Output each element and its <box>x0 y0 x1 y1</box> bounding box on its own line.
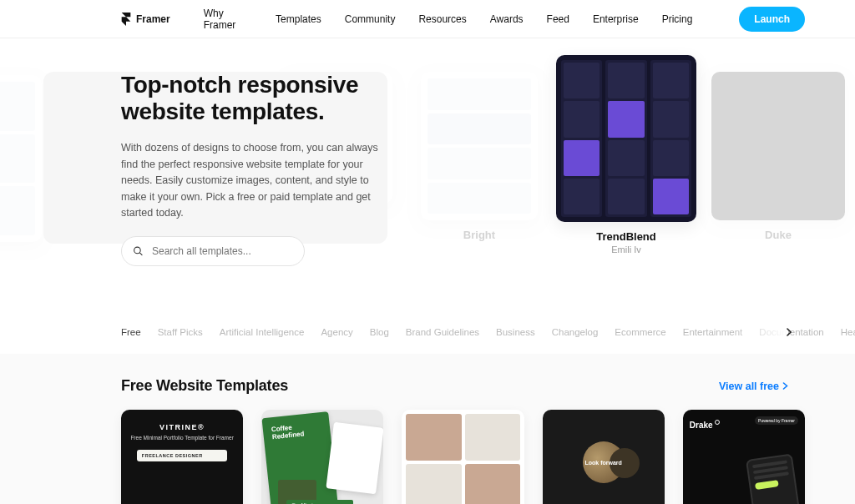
chip-health[interactable]: Health <box>841 327 855 337</box>
template-name: Duke <box>711 229 845 241</box>
hero-section: Top-notch responsive website templates. … <box>0 38 855 280</box>
carousel-card-bright[interactable]: Bright <box>421 72 538 241</box>
nav-link-templates[interactable]: Templates <box>276 13 321 25</box>
template-cards-row: VITRINE® Free Minimal Portfolio Template… <box>121 410 805 504</box>
template-card-vitrine[interactable]: VITRINE® Free Minimal Portfolio Template… <box>121 410 243 504</box>
launch-button[interactable]: Launch <box>739 7 805 32</box>
search-input[interactable] <box>121 236 305 266</box>
brand-name: Framer <box>136 13 170 25</box>
chip-brand[interactable]: Brand Guidelines <box>406 327 479 337</box>
template-name: Bright <box>421 229 538 241</box>
chip-agency[interactable]: Agency <box>321 327 352 337</box>
nav-link-feed[interactable]: Feed <box>547 13 569 25</box>
svg-point-0 <box>134 247 141 254</box>
nav-link-community[interactable]: Community <box>345 13 396 25</box>
thumb-mission: Our Mission <box>286 500 353 504</box>
template-card-coffee[interactable]: Our Mission <box>261 410 383 504</box>
thumb-panel: FREELANCE DESIGNER <box>137 450 228 461</box>
carousel-card-featured[interactable]: TrendBlend Emili Iv <box>556 55 696 255</box>
nav-link-resources[interactable]: Resources <box>418 13 466 25</box>
category-chips: Free Staff Picks Artificial Intelligence… <box>0 280 855 349</box>
hero-description: With dozens of designs to choose from, y… <box>121 140 388 221</box>
template-thumb <box>402 410 524 504</box>
svg-line-1 <box>139 253 142 255</box>
view-all-label: View all free <box>719 381 779 392</box>
hero-title-line2: website templates. <box>121 98 325 124</box>
search-icon <box>133 246 144 257</box>
carousel-thumb <box>0 75 42 242</box>
thumb-tag: Powered by Framer <box>755 416 798 425</box>
chip-ecommerce[interactable]: Ecommerce <box>615 327 665 337</box>
thumb-sub: Free Minimal Portfolio Template for Fram… <box>130 435 233 441</box>
chip-blog[interactable]: Blog <box>370 327 389 337</box>
hero-title: Top-notch responsive website templates. <box>121 72 388 125</box>
thumb-brand: Drake <box>690 421 720 430</box>
template-author: Emili Iv <box>556 244 696 255</box>
thumb-text: Look forward <box>585 460 622 466</box>
carousel-thumb <box>421 72 538 220</box>
chip-ai[interactable]: Artificial Intelligence <box>220 327 305 337</box>
thumb-slab <box>326 422 384 495</box>
chips-fade <box>730 324 788 340</box>
template-name: TrendBlend <box>556 230 696 243</box>
carousel-card-duke[interactable]: Duke <box>711 72 845 241</box>
carousel-thumb-featured <box>556 55 696 222</box>
template-thumb: Our Mission <box>261 410 383 504</box>
free-templates-section: Free Website Templates View all free VIT… <box>0 354 855 504</box>
brand-logo[interactable]: Framer <box>121 13 170 26</box>
template-card-look[interactable]: Look forward <box>543 410 665 504</box>
chip-staff-picks[interactable]: Staff Picks <box>158 327 203 337</box>
search-wrap <box>121 236 305 266</box>
template-card-collage[interactable] <box>402 410 524 504</box>
chips-scroll-right[interactable] <box>782 325 797 340</box>
nav-link-why[interactable]: Why Framer <box>204 8 252 31</box>
nav-link-pricing[interactable]: Pricing <box>662 13 693 25</box>
hero-title-line1: Top-notch responsive <box>121 72 358 98</box>
hero-copy: Top-notch responsive website templates. … <box>121 72 388 266</box>
carousel-thumb <box>711 72 845 220</box>
section-head: Free Website Templates View all free <box>121 377 805 395</box>
chip-business[interactable]: Business <box>496 327 535 337</box>
chevron-right-icon <box>782 382 788 390</box>
template-thumb: Look forward <box>543 410 665 504</box>
view-all-free-link[interactable]: View all free <box>719 381 788 392</box>
chevron-right-icon <box>785 328 793 336</box>
chip-changelog[interactable]: Changelog <box>552 327 599 337</box>
nav-link-enterprise[interactable]: Enterprise <box>593 13 639 25</box>
top-nav: Framer Why Framer Templates Community Re… <box>0 0 855 38</box>
nav-link-awards[interactable]: Awards <box>490 13 524 25</box>
framer-logo-icon <box>121 13 131 26</box>
template-thumb: Drake Powered by Framer <box>683 410 805 504</box>
carousel-card-far-left[interactable] <box>0 75 42 242</box>
chip-free[interactable]: Free <box>121 327 141 337</box>
thumb-phone <box>746 453 801 504</box>
template-card-drake[interactable]: Drake Powered by Framer <box>683 410 805 504</box>
template-thumb: VITRINE® Free Minimal Portfolio Template… <box>121 410 243 504</box>
section-title: Free Website Templates <box>121 377 288 395</box>
thumb-brand: VITRINE® <box>159 423 205 431</box>
